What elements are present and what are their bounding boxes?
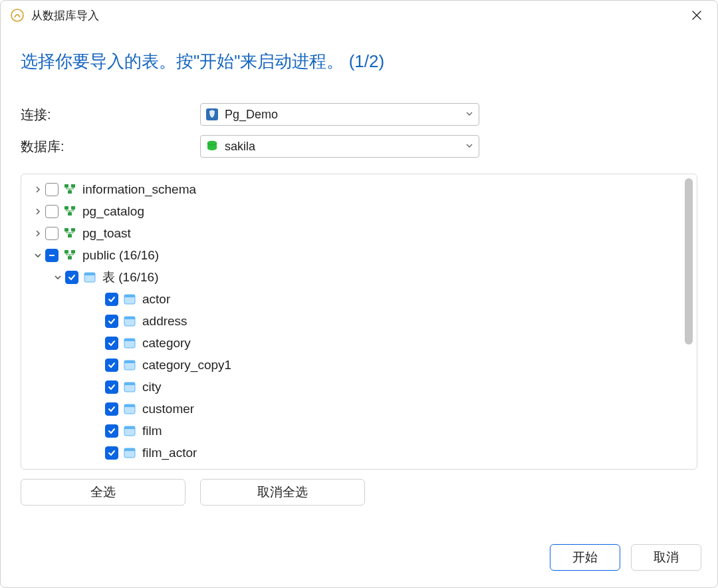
checkbox-checked[interactable] xyxy=(105,359,118,372)
database-value: sakila xyxy=(225,140,465,154)
svg-rect-6 xyxy=(68,190,72,194)
checkbox-checked[interactable] xyxy=(105,293,118,306)
tree-folder-item[interactable]: 表 (16/16) xyxy=(28,266,682,288)
database-dropdown[interactable]: sakila xyxy=(200,135,479,158)
tree-schema-item[interactable]: public (16/16) xyxy=(28,244,682,266)
svg-rect-22 xyxy=(124,317,135,319)
tree-body: information_schema pg_c xyxy=(21,174,697,468)
checkbox-checked[interactable] xyxy=(105,402,118,416)
svg-point-0 xyxy=(11,9,23,21)
deselect-all-button[interactable]: 取消全选 xyxy=(200,479,365,506)
table-icon xyxy=(122,358,137,372)
tree-table-item[interactable]: category xyxy=(28,332,682,354)
tree-item-label: category_copy1 xyxy=(142,359,231,371)
svg-rect-8 xyxy=(71,206,75,210)
tree-item-label: customer xyxy=(142,402,194,415)
table-icon xyxy=(122,292,137,307)
footer: 开始 取消 xyxy=(1,538,717,587)
checkbox-indeterminate[interactable] xyxy=(45,249,59,262)
schema-tree: information_schema pg_c xyxy=(21,174,697,470)
schema-icon xyxy=(62,204,77,219)
checkbox-checked[interactable] xyxy=(65,271,78,284)
svg-rect-18 xyxy=(84,273,95,275)
tree-table-item[interactable]: category_copy1 xyxy=(28,354,682,376)
table-icon xyxy=(122,336,137,351)
checkbox[interactable] xyxy=(45,183,59,196)
connection-value: Pg_Demo xyxy=(225,108,465,122)
svg-rect-4 xyxy=(64,184,68,188)
tree-item-label: category xyxy=(142,337,191,349)
content-area: 选择你要导入的表。按"开始"来启动进程。 (1/2) 连接: Pg_Demo xyxy=(1,30,717,538)
svg-rect-26 xyxy=(124,361,135,363)
postgres-icon xyxy=(205,107,219,122)
connection-row: 连接: Pg_Demo xyxy=(21,103,697,126)
svg-rect-30 xyxy=(124,404,135,407)
chevron-down-icon xyxy=(465,108,473,120)
select-button-row: 全选 取消全选 xyxy=(21,479,697,506)
svg-rect-5 xyxy=(71,184,75,188)
chevron-down-icon xyxy=(465,140,473,152)
select-all-button[interactable]: 全选 xyxy=(21,479,185,506)
tree-item-label: film xyxy=(142,424,162,437)
dialog-window: 从数据库导入 选择你要导入的表。按"开始"来启动进程。 (1/2) 连接: xyxy=(0,0,718,588)
tables-folder-icon xyxy=(82,270,97,285)
svg-rect-13 xyxy=(49,255,55,256)
svg-rect-10 xyxy=(64,228,68,231)
chevron-down-icon[interactable] xyxy=(31,251,45,259)
window-title: 从数据库导入 xyxy=(31,8,99,23)
tree-item-label: actor xyxy=(142,293,170,305)
svg-rect-9 xyxy=(68,212,72,216)
checkbox-checked[interactable] xyxy=(105,337,118,350)
svg-rect-14 xyxy=(64,250,68,253)
table-icon xyxy=(122,402,137,416)
tree-item-label: pg_toast xyxy=(82,227,131,239)
svg-rect-34 xyxy=(124,448,135,451)
chevron-down-icon[interactable] xyxy=(51,273,65,281)
close-button[interactable] xyxy=(681,5,712,26)
svg-rect-16 xyxy=(68,256,72,259)
checkbox[interactable] xyxy=(45,205,59,218)
tree-table-item[interactable]: customer xyxy=(28,398,682,420)
svg-rect-12 xyxy=(68,234,72,237)
tree-table-item[interactable]: film_actor xyxy=(28,442,682,464)
schema-icon xyxy=(62,182,77,197)
page-heading: 选择你要导入的表。按"开始"来启动进程。 (1/2) xyxy=(21,50,697,73)
tree-table-item[interactable]: address xyxy=(28,310,682,332)
tree-schema-item[interactable]: information_schema xyxy=(28,178,682,200)
connection-label: 连接: xyxy=(21,106,200,124)
tree-item-label: information_schema xyxy=(82,183,196,196)
form-rows: 连接: Pg_Demo 数据库: xyxy=(21,103,697,167)
connection-dropdown[interactable]: Pg_Demo xyxy=(200,103,479,126)
table-icon xyxy=(122,424,137,438)
checkbox-checked[interactable] xyxy=(105,446,118,460)
cancel-button[interactable]: 取消 xyxy=(631,544,701,571)
table-icon xyxy=(122,380,137,394)
table-icon xyxy=(122,446,137,460)
tree-schema-item[interactable]: pg_catalog xyxy=(28,200,682,222)
checkbox-checked[interactable] xyxy=(105,424,118,438)
svg-rect-24 xyxy=(124,339,135,341)
checkbox[interactable] xyxy=(45,227,59,240)
checkbox-checked[interactable] xyxy=(105,315,118,328)
tree-item-label: film_actor xyxy=(142,446,197,459)
chevron-right-icon[interactable] xyxy=(31,186,45,194)
table-icon xyxy=(122,314,137,329)
chevron-right-icon[interactable] xyxy=(31,208,45,216)
svg-rect-15 xyxy=(71,250,75,253)
tree-table-item[interactable]: actor xyxy=(28,288,682,310)
tree-schema-item[interactable]: pg_toast xyxy=(28,222,682,244)
scrollbar-thumb[interactable] xyxy=(685,178,693,345)
tree-item-label: city xyxy=(142,380,162,393)
titlebar: 从数据库导入 xyxy=(1,1,717,30)
tree-item-label: address xyxy=(142,315,187,327)
svg-rect-11 xyxy=(71,228,75,231)
app-icon xyxy=(10,8,25,23)
svg-rect-7 xyxy=(64,206,68,210)
chevron-right-icon[interactable] xyxy=(31,229,45,237)
start-button[interactable]: 开始 xyxy=(550,544,620,571)
scrollbar[interactable] xyxy=(685,178,693,465)
close-icon xyxy=(692,11,701,20)
tree-table-item[interactable]: city xyxy=(28,376,682,398)
checkbox-checked[interactable] xyxy=(105,380,118,394)
tree-table-item[interactable]: film xyxy=(28,420,682,442)
